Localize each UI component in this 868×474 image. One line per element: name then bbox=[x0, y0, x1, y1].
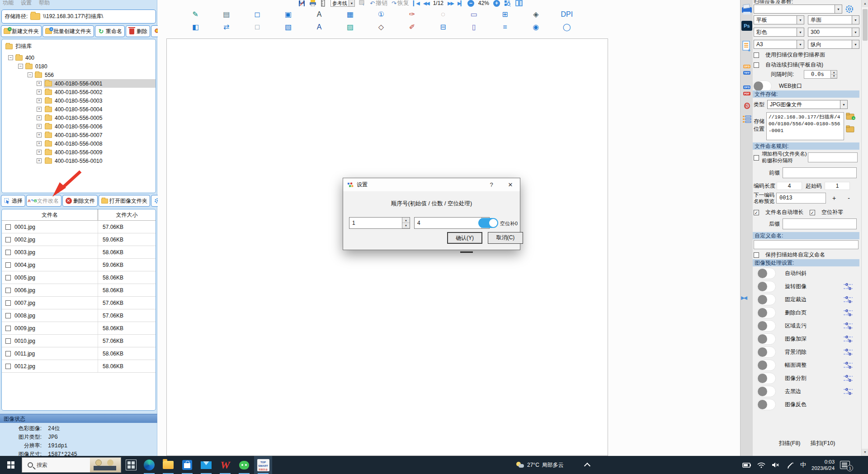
print-button[interactable] bbox=[309, 0, 316, 6]
spinner-up-icon[interactable]: ▲ bbox=[402, 218, 410, 223]
row-checkbox[interactable] bbox=[5, 262, 11, 268]
checkbox[interactable] bbox=[754, 252, 759, 258]
table-row[interactable]: 0006.jpg 58.06KB bbox=[2, 284, 156, 297]
sliders-settings-icon[interactable]: + bbox=[843, 283, 853, 292]
taskbar-app-store[interactable] bbox=[178, 456, 196, 474]
row-checkbox[interactable] bbox=[5, 364, 11, 369]
tree-item[interactable]: + 400-0180-556-0002 bbox=[2, 88, 156, 96]
toggle-switch[interactable] bbox=[757, 281, 776, 292]
ofd-pdf-convert-icon[interactable]: OFD PDF bbox=[741, 83, 752, 96]
tree-item-0180[interactable]: − 0180 bbox=[2, 62, 156, 71]
expand-icon[interactable]: + bbox=[37, 115, 42, 120]
keep-custom-checkbox-row[interactable]: 保持扫描始终自定义命名 bbox=[754, 251, 862, 259]
sliders-settings-icon[interactable]: + bbox=[843, 349, 853, 357]
checkbox-checked[interactable] bbox=[754, 210, 759, 215]
checkbox[interactable] bbox=[754, 52, 759, 58]
row-checkbox[interactable] bbox=[5, 313, 11, 318]
tree-item[interactable]: + 400-0180-556-0005 bbox=[2, 114, 156, 122]
split-pages-icon[interactable]: ≡ bbox=[503, 24, 507, 31]
sliders-settings-icon[interactable]: + bbox=[843, 296, 853, 305]
dpi-icon[interactable]: DPI bbox=[561, 11, 573, 18]
increment-button[interactable]: + bbox=[832, 194, 836, 202]
table-row[interactable]: 0010.jpg 57.06KB bbox=[2, 335, 156, 347]
menu-settings[interactable]: 设置 bbox=[21, 0, 32, 5]
row-checkbox[interactable] bbox=[5, 224, 11, 230]
table-row[interactable]: 0009.jpg 58.06KB bbox=[2, 322, 156, 335]
task-view-button[interactable] bbox=[126, 460, 137, 470]
rename-button[interactable]: 重命名 bbox=[95, 25, 125, 37]
ofd-tiff-convert-icon[interactable]: OFD TIFF bbox=[741, 62, 752, 75]
tree-item[interactable]: + 400-0180-556-0001 bbox=[2, 79, 156, 88]
scanner-ui-checkbox-row[interactable]: 使用扫描仪自带扫描界面 bbox=[754, 51, 862, 59]
scroll-up-icon[interactable]: ▲ bbox=[862, 0, 868, 7]
tree-item[interactable]: + 400-0180-556-0009 bbox=[2, 148, 156, 156]
table-row[interactable]: 0003.jpg 58.06KB bbox=[2, 246, 156, 259]
toggle-switch[interactable] bbox=[757, 399, 776, 410]
tree-item[interactable]: + 400-0180-556-0007 bbox=[2, 131, 156, 139]
paper-size-dropdown[interactable]: A3▼ bbox=[754, 40, 804, 49]
source-dropdown[interactable]: 平板▼ bbox=[754, 15, 804, 24]
device-settings-gear-icon[interactable] bbox=[845, 5, 854, 15]
record-icon[interactable]: ◯ bbox=[563, 24, 571, 31]
hidden-icons-chevron[interactable] bbox=[585, 462, 590, 467]
clean-icon[interactable]: ◌ bbox=[441, 11, 445, 18]
cut-area-icon[interactable]: ▯ bbox=[472, 24, 476, 31]
ime-indicator[interactable]: 中 bbox=[800, 461, 806, 469]
taskbar-search[interactable]: 搜索 bbox=[22, 457, 121, 473]
photoshop-icon[interactable]: Ps bbox=[741, 21, 752, 31]
scan-button[interactable]: 扫描(F8) bbox=[779, 440, 801, 447]
separator-input[interactable] bbox=[808, 152, 858, 162]
toggle-switch[interactable] bbox=[757, 373, 776, 384]
tree-item[interactable]: + 400-0180-556-0003 bbox=[2, 96, 156, 105]
row-checkbox[interactable] bbox=[5, 288, 11, 293]
stamp-icon[interactable]: ◈ bbox=[533, 11, 538, 18]
initial-value[interactable]: 1 bbox=[349, 218, 402, 228]
expand-icon[interactable]: + bbox=[37, 141, 42, 146]
select-area-icon[interactable]: ◻ bbox=[255, 11, 260, 18]
next-code-preview[interactable]: 0013 bbox=[776, 193, 826, 204]
insert-scan-button[interactable]: 插扫(F10) bbox=[811, 440, 835, 447]
deselect-icon[interactable]: □ bbox=[255, 24, 259, 31]
confirm-button[interactable]: 确认(Y) bbox=[447, 232, 482, 244]
dpi-dropdown[interactable]: 300▼ bbox=[808, 28, 859, 37]
toggle-switch[interactable] bbox=[757, 333, 776, 345]
taskbar-app-edge[interactable] bbox=[140, 456, 158, 474]
column-header-filename[interactable]: 文件名 bbox=[2, 209, 98, 220]
code-length-value[interactable]: 4 bbox=[777, 182, 802, 190]
taskbar-app-scan-active[interactable]: TOP SMART云扫兰台 bbox=[254, 456, 272, 474]
scrollbar-thumb[interactable] bbox=[863, 9, 868, 41]
dialog-close-button[interactable]: ✕ bbox=[501, 178, 520, 191]
interval-input[interactable]: 0.0s bbox=[804, 70, 831, 79]
tree-item[interactable]: + 400-0180-556-0008 bbox=[2, 139, 156, 148]
image-adjust-icon[interactable]: ▣ bbox=[285, 11, 292, 18]
pad-zero-checkbox-row[interactable]: 空位补零 bbox=[810, 209, 843, 216]
expand-icon[interactable]: + bbox=[37, 107, 42, 112]
tree-item[interactable]: + 400-0180-556-0006 bbox=[2, 122, 156, 131]
toggle-switch[interactable] bbox=[757, 268, 776, 279]
toggle-switch[interactable] bbox=[757, 386, 776, 397]
two-page-view-button[interactable] bbox=[515, 0, 523, 6]
spinner-down-icon[interactable]: ▼ bbox=[402, 223, 410, 228]
next-page-button[interactable]: ▶▶ bbox=[448, 0, 453, 6]
toggle-switch[interactable] bbox=[757, 320, 776, 332]
file-type-dropdown[interactable]: JPG图像文件▼ bbox=[767, 100, 848, 109]
mirror-icon[interactable]: ⇄ bbox=[223, 24, 229, 31]
row-checkbox[interactable] bbox=[5, 237, 11, 242]
taskbar-app-mail[interactable] bbox=[197, 456, 215, 474]
sliders-settings-icon[interactable]: + bbox=[843, 362, 853, 370]
zoom-mode-button[interactable] bbox=[504, 0, 511, 6]
guide-line-dropdown[interactable]: 参考线▼ bbox=[330, 0, 355, 7]
text-font-icon[interactable]: A bbox=[317, 11, 322, 18]
initial-value-spinner[interactable]: 1 ▲ ▼ bbox=[349, 217, 410, 229]
collapse-icon[interactable]: − bbox=[28, 72, 33, 77]
open-folder-icon[interactable] bbox=[846, 125, 856, 134]
interval-spinner[interactable]: ▲▼ bbox=[831, 70, 837, 79]
taskbar-clock[interactable]: 0:03 2023/6/24 bbox=[811, 459, 835, 471]
delete-files-button[interactable]: 删除文件 bbox=[62, 195, 98, 207]
toggle-switch[interactable] bbox=[757, 294, 776, 305]
table-row[interactable]: 0005.jpg 58.06KB bbox=[2, 271, 156, 284]
prefix-input[interactable] bbox=[783, 167, 857, 178]
sliders-settings-icon[interactable]: + bbox=[843, 375, 853, 384]
tree-item[interactable]: + 400-0180-556-0004 bbox=[2, 105, 156, 114]
rename-files-button[interactable]: A↷B 文件改名 bbox=[26, 195, 61, 207]
